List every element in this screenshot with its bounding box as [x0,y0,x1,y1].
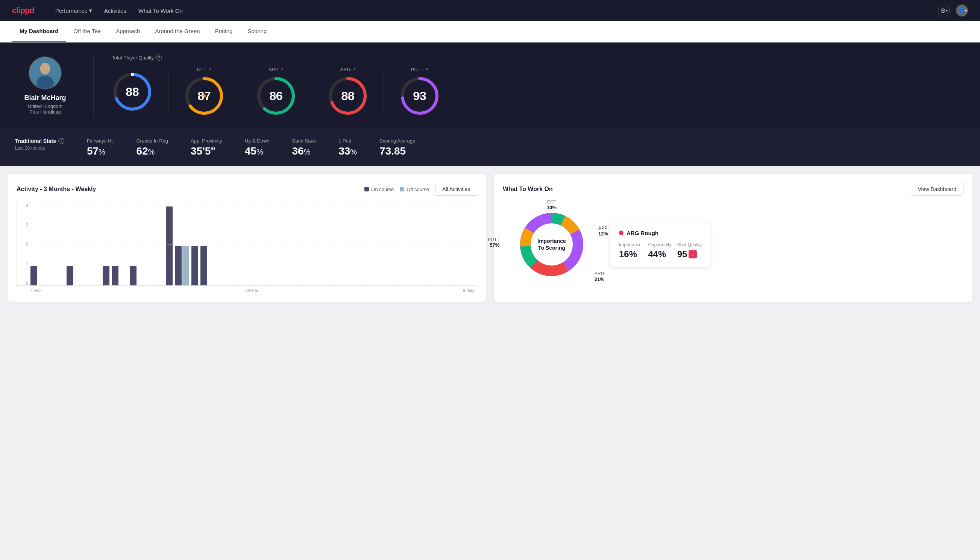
x-labels: 7 Feb 28 Mar 9 May [17,286,477,293]
info-card-title: ARG Rough [619,230,702,236]
player-info: Blair McHarg United Kingdom Plus Handica… [15,57,75,115]
nav-performance[interactable]: Performance ▾ [55,7,92,14]
ott-label: OTT ↗ [197,67,212,72]
stats-help-icon[interactable]: ? [58,138,64,144]
on-course-bar [103,266,110,286]
user-avatar[interactable]: 👤 ▾ [956,5,968,17]
donut-wrapper: Importance To Scoring OTT 10% APP 12% [503,203,601,286]
tab-around-the-green[interactable]: Around the Green [147,21,207,42]
stat-fairways-hit: Fairways Hit 57% [87,138,114,157]
chart-legend: On course Off course [364,187,429,192]
info-card: ARG Rough Importance 16% Opportunity 44%… [610,222,711,267]
stat-app-proximity: App. Proximity 35'5" [191,138,222,157]
ott-ring: 87 [183,75,225,117]
tpq-help-icon[interactable]: ? [156,55,162,60]
tab-approach[interactable]: Approach [108,21,147,42]
opportunity-stat: Opportunity 44% [648,242,672,260]
svg-text:Importance: Importance [537,238,566,244]
nav-activities[interactable]: Activities [104,8,126,14]
stats-bar: Traditional Stats ? Last 20 rounds Fairw… [0,128,980,166]
tab-scoring[interactable]: Scoring [240,21,274,42]
bar-group [76,285,82,285]
bar-group [103,266,110,286]
player-handicap: Plus Handicap [29,109,61,115]
stat-sand-save: Sand Save 36% [292,138,316,157]
tab-my-dashboard[interactable]: My Dashboard [12,21,66,42]
bar-group [58,285,64,285]
total-ring: 88 [112,71,153,112]
scores-section: Total Player Quality ? 88 [112,55,965,117]
putt-value: 93 [413,89,426,103]
add-button[interactable]: ⊕ ▾ [938,5,950,17]
bar-group [67,266,73,286]
off-course-dot [400,187,404,192]
putt-label: PUTT ↗ [411,67,429,72]
bar-group [130,266,136,286]
down-badge: ↓ [689,250,697,258]
nav-what-to-work-on[interactable]: What To Work On [138,8,183,14]
activity-panel: Activity - 3 Months - Weekly On course O… [8,174,486,302]
y-axis: 4 3 2 1 0 [17,203,30,285]
bar-group [121,285,128,285]
bar-group [191,246,198,285]
svg-text:To Scoring: To Scoring [538,245,565,251]
player-country: United Kingdom [28,103,63,109]
on-course-bar [112,266,118,286]
donut-svg: Importance To Scoring [503,203,601,286]
player-name: Blair McHarg [24,94,66,102]
view-dashboard-button[interactable]: View Dashboard [911,183,963,195]
chart-wrapper: 4 3 2 1 0 7 Feb 28 Mar 9 May [17,203,477,293]
arg-label: ARG ↗ [340,67,355,72]
on-course-bar [200,246,207,285]
off-course-bar [182,246,189,285]
svg-point-5 [131,73,134,76]
svg-point-22 [532,225,571,264]
score-arg: ARG ↗ 88 [312,67,384,117]
total-value: 88 [126,85,139,98]
ott-value: 87 [198,89,211,103]
on-course-dot [364,187,369,192]
logo[interactable]: clippd [12,6,34,15]
bar-group [148,285,155,285]
importance-stat: Importance 16% [619,242,644,260]
tpq-label: Total Player Quality ? [112,55,965,60]
score-ott: OTT ↗ 87 [168,67,240,117]
bar-group [30,266,37,286]
bottom-panels: Activity - 3 Months - Weekly On course O… [0,166,980,309]
stat-up-and-down: Up & Down 45% [245,138,270,157]
stat-scoring-average: Scoring Average 73.85 [379,138,415,157]
stat-items: Fairways Hit 57% Greens In Reg 62% App. … [87,138,965,157]
work-on-header: What To Work On View Dashboard [503,183,963,195]
on-course-bar [175,246,181,285]
bar-group [94,285,100,285]
bar-group [40,285,46,285]
bar-group [200,246,207,285]
score-rings: 88 OTT ↗ 87 [112,67,965,117]
top-nav: clippd Performance ▾ Activities What To … [0,0,980,21]
shot-quality-stat: Shot Quality 95 ↓ [677,242,702,260]
nav-right: ⊕ ▾ 👤 ▾ [938,5,968,17]
work-on-panel: What To Work On View Dashboard [494,174,972,302]
legend-off-course: Off course [400,187,429,192]
bar-group [175,246,189,285]
donut-section: Importance To Scoring OTT 10% APP 12% [503,203,963,286]
red-dot-icon [619,230,624,235]
legend-on-course: On course [364,187,394,192]
arg-ring: 88 [327,75,369,117]
score-app: APP ↗ 86 [240,67,312,117]
bar-group [85,285,92,285]
bars-row [30,203,474,285]
app-donut-label: APP 12% [598,226,608,237]
score-total: 88 [112,71,168,112]
tab-putting[interactable]: Putting [208,21,240,42]
hero-section: Blair McHarg United Kingdom Plus Handica… [0,42,980,128]
all-activities-button[interactable]: All Activities [435,183,477,195]
ott-donut-label: OTT 10% [547,199,557,210]
on-course-bar [30,266,37,286]
tab-off-the-tee[interactable]: Off the Tee [66,21,108,42]
tab-bar: My Dashboard Off the Tee Approach Around… [0,21,980,42]
on-course-bar [166,207,173,285]
chart-area: 4 3 2 1 0 [17,203,477,286]
on-course-bar [130,266,136,286]
svg-point-1 [40,63,50,75]
